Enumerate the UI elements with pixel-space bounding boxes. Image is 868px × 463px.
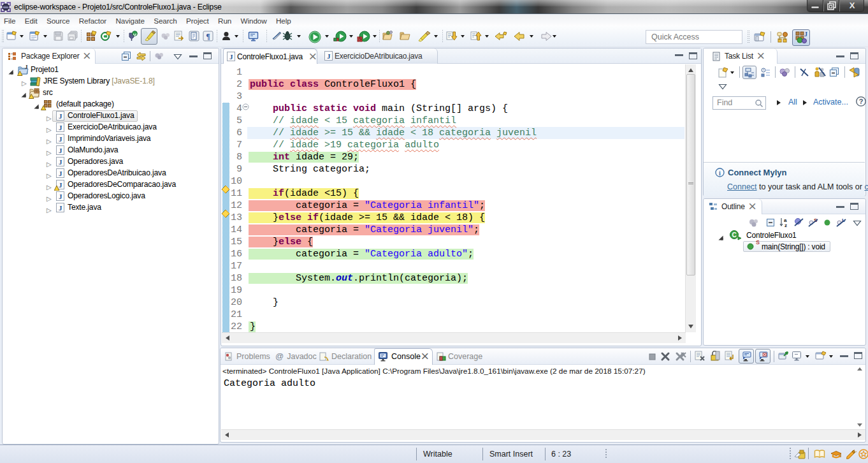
svg-text:X: X [849,1,855,10]
svg-text:J: J [25,65,28,70]
svg-text:J: J [804,31,807,38]
svg-text:z: z [785,223,787,228]
svg-text:¶: ¶ [206,32,210,41]
svg-text:C: C [732,231,736,239]
svg-text:i: i [719,170,721,177]
svg-text:?: ? [859,98,864,105]
